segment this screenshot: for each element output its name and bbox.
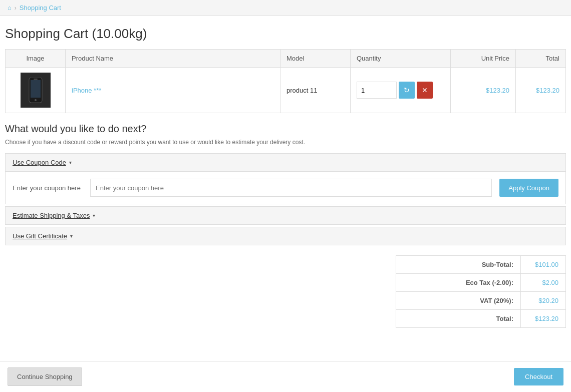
next-section-title: What would you like to do next?: [5, 123, 566, 135]
col-header-quantity: Quantity: [351, 50, 451, 68]
quantity-input[interactable]: [357, 82, 397, 99]
svg-rect-3: [34, 79, 38, 80]
product-image: [21, 73, 51, 108]
vat-value: $20.20: [521, 292, 566, 310]
unit-price-cell: $123.20: [451, 68, 516, 113]
breadcrumb: ⌂ › Shopping Cart: [0, 0, 571, 16]
total-label: Total:: [396, 310, 521, 328]
col-header-model: Model: [280, 50, 351, 68]
footer-buttons: Continue Shopping Checkout: [0, 361, 571, 378]
coupon-panel-body: Enter your coupon here Apply Coupon: [6, 172, 565, 204]
col-header-unit-price: Unit Price: [451, 50, 516, 68]
total-value: $123.20: [521, 310, 566, 328]
total-cell: $123.20: [516, 68, 566, 113]
product-qty-cell: ↻ ✕: [351, 68, 451, 113]
totals-table: Sub-Total: $101.00 Eco Tax (-2.00): $2.0…: [396, 255, 566, 328]
total-row: Total: $123.20: [396, 310, 566, 328]
page-title: Shopping Cart (10.00kg): [5, 26, 558, 42]
home-icon[interactable]: ⌂: [8, 4, 12, 12]
gift-panel: Use Gift Certificate ▾: [5, 227, 566, 245]
subtotal-value: $101.00: [521, 256, 566, 274]
continue-shopping-button[interactable]: Continue Shopping: [8, 367, 82, 378]
gift-panel-header[interactable]: Use Gift Certificate ▾: [6, 227, 565, 245]
gift-panel-label: Use Gift Certificate: [13, 232, 67, 240]
quantity-group: ↻ ✕: [357, 82, 444, 99]
apply-coupon-button[interactable]: Apply Coupon: [499, 179, 558, 197]
vat-row: VAT (20%): $20.20: [396, 292, 566, 310]
coupon-panel-arrow: ▾: [69, 160, 72, 165]
gift-panel-arrow: ▾: [70, 233, 73, 239]
cart-table: Image Product Name Model Quantity Unit P…: [5, 49, 566, 113]
shipping-panel: Estimate Shipping & Taxes ▾: [5, 206, 566, 225]
breadcrumb-current: Shopping Cart: [20, 4, 61, 12]
product-model-cell: product 11: [280, 68, 351, 113]
col-header-image: Image: [6, 50, 66, 68]
coupon-panel-label: Use Coupon Code: [13, 159, 66, 166]
subtotal-row: Sub-Total: $101.00: [396, 256, 566, 274]
ecotax-label: Eco Tax (-2.00):: [396, 274, 521, 292]
ecotax-row: Eco Tax (-2.00): $2.00: [396, 274, 566, 292]
shipping-panel-arrow: ▾: [93, 213, 95, 218]
coupon-input[interactable]: [90, 179, 492, 197]
coupon-panel-header[interactable]: Use Coupon Code ▾: [6, 154, 565, 172]
coupon-panel: Use Coupon Code ▾ Enter your coupon here…: [5, 153, 566, 204]
update-button[interactable]: ↻: [399, 82, 415, 99]
coupon-label: Enter your coupon here: [13, 184, 83, 192]
remove-button[interactable]: ✕: [417, 82, 433, 99]
next-section: What would you like to do next? Choose i…: [5, 123, 566, 245]
product-name-cell: iPhone ***: [66, 68, 280, 113]
vat-label: VAT (20%):: [396, 292, 521, 310]
next-section-subtitle: Choose if you have a discount code or re…: [5, 139, 566, 146]
table-row: iPhone *** product 11 ↻ ✕ $123.20 $123.2…: [6, 68, 566, 113]
col-header-name: Product Name: [66, 50, 280, 68]
product-image-cell: [6, 68, 66, 113]
shipping-panel-label: Estimate Shipping & Taxes: [13, 212, 90, 219]
breadcrumb-separator: ›: [15, 5, 17, 12]
shipping-panel-header[interactable]: Estimate Shipping & Taxes ▾: [6, 207, 565, 224]
checkout-button[interactable]: Checkout: [514, 368, 563, 378]
svg-rect-1: [31, 80, 41, 98]
phone-icon: [28, 78, 43, 103]
svg-point-2: [35, 99, 37, 101]
col-header-total: Total: [516, 50, 566, 68]
subtotal-label: Sub-Total:: [396, 256, 521, 274]
product-link[interactable]: iPhone ***: [72, 87, 101, 94]
totals-section: Sub-Total: $101.00 Eco Tax (-2.00): $2.0…: [5, 255, 566, 328]
ecotax-value: $2.00: [521, 274, 566, 292]
